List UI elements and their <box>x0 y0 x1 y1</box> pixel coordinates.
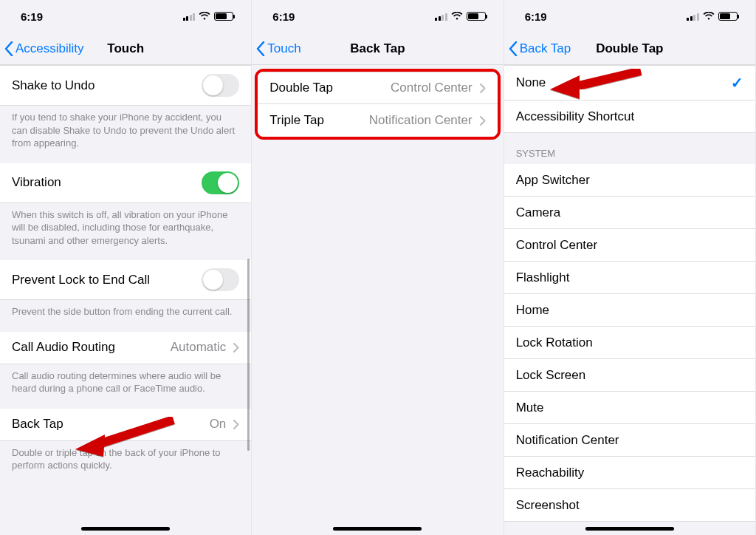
chevron-left-icon <box>256 41 265 56</box>
annotation-highlight-box: Double Tap Control Center Triple Tap Not… <box>255 69 500 140</box>
back-label: Accessibility <box>16 41 84 56</box>
switch-vibration[interactable] <box>202 171 239 194</box>
wifi-icon <box>703 12 715 21</box>
row-vibration[interactable]: Vibration <box>0 163 251 203</box>
row-label: Lock Rotation <box>516 335 593 350</box>
row-label: Double Tap <box>269 81 333 95</box>
wifi-icon <box>199 12 210 21</box>
row-label: Control Center <box>516 238 598 253</box>
row-label: Home <box>516 303 549 318</box>
row-system-item[interactable]: App Switcher <box>504 164 755 197</box>
row-call-audio-routing[interactable]: Call Audio Routing Automatic <box>0 332 251 364</box>
phone-screen-double-tap: 6:19 Back Tap Double Tap None ✓ Accessib… <box>504 0 756 535</box>
row-value: Notification Center <box>369 113 472 128</box>
back-label: Back Tap <box>520 41 571 56</box>
phone-screen-back-tap: 6:19 Touch Back Tap Double Tap Control C… <box>252 0 504 535</box>
footer-prevent: Prevent the side button from ending the … <box>0 300 251 332</box>
status-right <box>183 12 234 21</box>
footer-vibration: When this switch is off, all vibration o… <box>0 203 251 261</box>
chevron-right-icon <box>480 116 486 126</box>
status-time: 6:19 <box>21 10 43 23</box>
row-system-item[interactable]: Home <box>504 294 755 327</box>
battery-icon <box>467 12 486 21</box>
home-indicator <box>333 527 422 531</box>
row-label: Notification Center <box>516 433 619 448</box>
status-bar: 6:19 <box>504 0 755 33</box>
row-system-item[interactable]: Flashlight <box>504 262 755 294</box>
nav-bar: Back Tap Double Tap <box>504 33 755 65</box>
row-value: Automatic <box>171 340 227 355</box>
row-label: Accessibility Shortcut <box>516 109 635 124</box>
battery-icon <box>718 12 738 21</box>
battery-icon <box>214 12 233 21</box>
row-shake-to-undo[interactable]: Shake to Undo <box>0 65 251 106</box>
cellular-icon <box>183 13 196 21</box>
cellular-icon <box>687 13 699 21</box>
row-label: App Switcher <box>516 173 590 188</box>
back-label: Touch <box>267 41 300 56</box>
status-bar: 6:19 <box>0 0 251 33</box>
section-header-system: System <box>504 133 755 164</box>
row-label: Flashlight <box>516 270 570 285</box>
row-label: Call Audio Routing <box>12 340 115 355</box>
home-indicator <box>81 527 170 531</box>
row-label: Screenshot <box>516 498 580 513</box>
phone-screen-touch: 6:19 Accessibility Touch Shake to Undo I… <box>0 0 252 535</box>
row-system-item[interactable]: Lock Rotation <box>504 327 755 359</box>
checkmark-icon: ✓ <box>731 74 743 92</box>
row-value: On <box>210 417 227 432</box>
nav-title: Back Tap <box>350 41 405 56</box>
footer-shake: If you tend to shake your iPhone by acci… <box>0 106 251 163</box>
row-system-item[interactable]: Mute <box>504 392 755 424</box>
status-right <box>435 12 486 21</box>
row-back-tap[interactable]: Back Tap On <box>0 409 251 441</box>
row-label: Lock Screen <box>516 368 586 383</box>
back-button[interactable]: Accessibility <box>4 33 84 64</box>
row-prevent-lock[interactable]: Prevent Lock to End Call <box>0 260 251 300</box>
row-accessibility-shortcut[interactable]: Accessibility Shortcut <box>504 100 755 133</box>
row-label: Mute <box>516 401 544 415</box>
row-label: Prevent Lock to End Call <box>12 273 150 287</box>
row-system-item[interactable]: Lock Screen <box>504 359 755 392</box>
cellular-icon <box>435 13 447 21</box>
chevron-right-icon <box>480 84 486 93</box>
row-label: None <box>516 75 546 90</box>
footer-audio: Call audio routing determines where audi… <box>0 364 251 409</box>
status-right <box>687 12 738 21</box>
back-button[interactable]: Back Tap <box>509 33 571 64</box>
wifi-icon <box>451 12 463 21</box>
scroll-indicator <box>247 259 250 451</box>
row-system-item[interactable]: Camera <box>504 197 755 229</box>
row-double-tap[interactable]: Double Tap Control Center <box>258 72 497 104</box>
switch-prevent[interactable] <box>202 268 239 291</box>
status-time: 6:19 <box>525 10 547 23</box>
nav-bar: Touch Back Tap <box>252 33 503 65</box>
nav-bar: Accessibility Touch <box>0 33 251 65</box>
footer-backtap: Double or triple tap on the back of your… <box>0 441 251 485</box>
row-system-item[interactable]: Screenshot <box>504 489 755 522</box>
row-none[interactable]: None ✓ <box>504 65 755 100</box>
nav-title: Double Tap <box>596 41 663 56</box>
row-label: Vibration <box>12 175 61 190</box>
row-label: Back Tap <box>12 417 63 432</box>
row-value: Control Center <box>391 81 472 95</box>
row-system-item[interactable]: Notification Center <box>504 424 755 457</box>
chevron-left-icon <box>4 41 13 56</box>
row-label: Shake to Undo <box>12 78 94 93</box>
status-time: 6:19 <box>272 10 295 23</box>
row-label: Triple Tap <box>269 113 324 128</box>
chevron-left-icon <box>509 41 518 56</box>
chevron-right-icon <box>233 420 239 429</box>
back-button[interactable]: Touch <box>256 33 300 64</box>
nav-title: Touch <box>107 41 144 56</box>
chevron-right-icon <box>233 343 239 352</box>
status-bar: 6:19 <box>252 0 503 33</box>
row-label: Reachability <box>516 466 585 480</box>
home-indicator <box>585 527 674 531</box>
row-system-item[interactable]: Reachability <box>504 457 755 489</box>
switch-shake[interactable] <box>202 74 239 97</box>
row-label: Camera <box>516 205 560 220</box>
row-triple-tap[interactable]: Triple Tap Notification Center <box>258 104 497 137</box>
row-system-item[interactable]: Control Center <box>504 229 755 262</box>
